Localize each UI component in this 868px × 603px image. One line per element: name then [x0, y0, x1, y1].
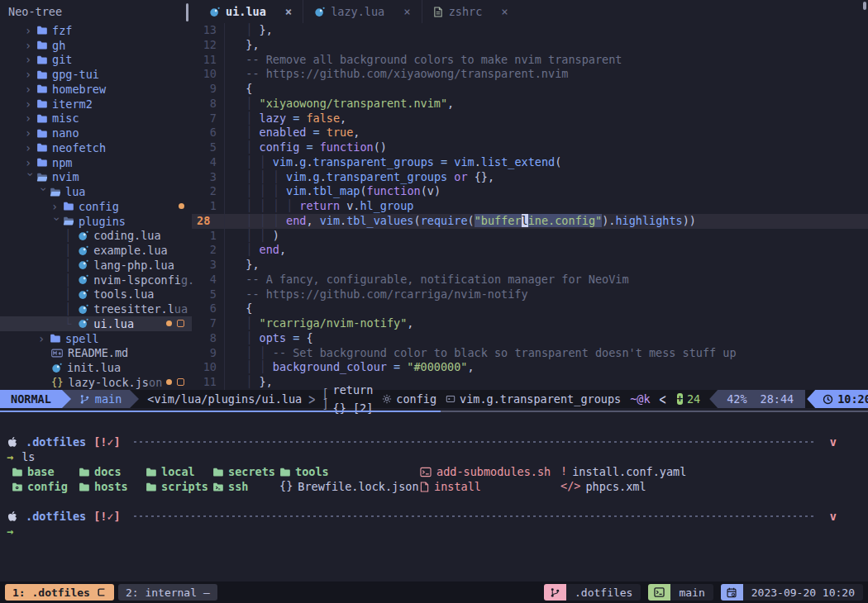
tree-item-nvim-lspconfi[interactable]: │ nvim-lspconfig. [0, 273, 192, 287]
code-token: ( [360, 184, 366, 197]
ls-item-label: add-submodules.sh [436, 465, 551, 478]
tree-item-lang-php-lua[interactable]: │ lang-php.lua [0, 258, 192, 273]
close-icon[interactable]: × [501, 5, 508, 18]
shell-prompt-line: .dotfiles[!✓]v [0, 434, 868, 449]
code-token: │ [232, 112, 260, 125]
breadcrumbs: [ ]return {} [2]configvim.g.transparent_… [322, 390, 630, 408]
chevron-right-icon[interactable]: › [25, 156, 36, 169]
code-text: }, [225, 38, 260, 53]
tree-item-label: misc [52, 112, 79, 125]
code-token: │ [232, 331, 260, 344]
shell-pane[interactable]: .dotfiles[!✓]v→lsbasedocslocalsecretstoo… [0, 413, 868, 582]
folder-icon [36, 157, 47, 168]
chevron-right-icon[interactable]: › [25, 68, 36, 81]
line-number: 10 [192, 67, 225, 82]
line-number: 4 [192, 155, 225, 170]
tree-item-coding-lua[interactable]: │ coding.lua [0, 229, 192, 244]
code-text: │ "rcarriga/nvim-notify", [225, 316, 413, 331]
chevron-right-icon[interactable]: › [25, 141, 36, 154]
neotree-scrollbar[interactable] [186, 3, 188, 21]
shell-prompt-line: .dotfiles[!✓]v [0, 509, 868, 524]
code-token: { [232, 82, 252, 95]
tmux-window-2-internal[interactable]: 2: internal— [118, 584, 217, 601]
code-token: │ [232, 243, 260, 256]
code-token: () [374, 140, 387, 154]
chevron-right-icon[interactable]: › [25, 97, 36, 111]
tree-item-nano[interactable]: ›nano [0, 126, 192, 140]
close-icon[interactable]: × [403, 5, 410, 18]
line-number: 7 [192, 316, 225, 331]
tree-item-readme-md[interactable]: README.md [0, 346, 192, 361]
chevron-right-icon[interactable]: › [25, 83, 36, 96]
tree-item-iterm2[interactable]: ›iterm2 [0, 97, 192, 112]
code-token: │ [232, 316, 260, 330]
chevron-down-icon[interactable]: › [24, 171, 37, 183]
tmux-window-label: 2: internal [126, 586, 197, 599]
tree-item-label: README.md [68, 346, 128, 359]
shell-command-line: →ls [0, 449, 868, 464]
tree-item-lazy-lock-js[interactable]: {}lazy-lock.json [0, 375, 192, 390]
tree-item-lua[interactable]: ›lua [0, 184, 192, 199]
chevron-right-icon[interactable]: › [25, 39, 36, 52]
line-number: 1 [192, 199, 225, 214]
code-line: 2 │ │ │ vim.tbl_map(function(v) [192, 184, 868, 199]
file-progress: 42% [727, 390, 746, 408]
window-icon [97, 587, 107, 597]
tree-item-neofetch[interactable]: ›neofetch [0, 140, 192, 155]
chevron-down-icon[interactable]: › [37, 186, 50, 197]
folder-icon [12, 467, 22, 477]
code-token: "#000000" [407, 360, 467, 373]
tree-item-fzf[interactable]: ›fzf [0, 23, 192, 38]
command-text[interactable]: ls [21, 450, 35, 463]
lua-icon [209, 7, 220, 17]
markdown-icon [51, 348, 63, 358]
folder-icon [212, 467, 223, 477]
breadcrumb-item: config [396, 390, 436, 408]
ls-item-label: local [161, 465, 195, 478]
tab-zshrc[interactable]: zshrc× [422, 0, 519, 23]
chevron-down-icon[interactable]: › [50, 216, 64, 227]
tree-item-plugins[interactable]: ›plugins [0, 214, 192, 229]
tab-label: ui.lua [226, 5, 266, 18]
code-token: v [340, 199, 353, 212]
tree-item-gpg-tui[interactable]: ›gpg-tui [0, 67, 192, 82]
ls-item-hosts: hosts [79, 480, 145, 493]
tree-item-gh[interactable]: ›gh [0, 38, 192, 53]
terminal-scrollbar[interactable] [863, 2, 866, 10]
chevron-right-icon[interactable]: › [38, 332, 50, 345]
chevron-right-icon[interactable]: › [25, 53, 36, 66]
chevron-right-icon[interactable]: › [25, 126, 36, 140]
tree-item-nvim[interactable]: ›nvim [0, 170, 192, 185]
tree-item-ui-lua[interactable]: └ ui.lua [0, 316, 192, 331]
cursor-block: l [522, 214, 528, 227]
tree-item-npm[interactable]: ›npm [0, 155, 192, 170]
line-number: 13 [192, 23, 225, 38]
tree-item-git[interactable]: ›git [0, 53, 192, 68]
tab-lazy-lua[interactable]: lazy.lua× [303, 0, 421, 23]
tree-item-config[interactable]: ›config [0, 199, 192, 214]
code-text: -- Remove all background colors to make … [225, 53, 622, 68]
tree-item-label: spell [65, 332, 99, 345]
tab-ui-lua[interactable]: ui.lua× [198, 0, 303, 23]
tmux-window-1-dotfiles[interactable]: 1: .dotfiles [5, 584, 114, 601]
tmux-pane-border[interactable] [0, 411, 868, 412]
chevron-right-icon[interactable]: › [25, 24, 36, 37]
tree-item-init-lua[interactable]: init.lua [0, 360, 192, 375]
close-icon[interactable]: × [285, 5, 292, 18]
code-token: tbl_map [313, 184, 360, 197]
tree-item-misc[interactable]: ›misc [0, 112, 192, 126]
chevron-right-icon[interactable]: › [51, 200, 63, 213]
blank-line [0, 494, 868, 509]
tree-item-spell[interactable]: ›spell [0, 331, 192, 346]
tree-item-treesitter-l[interactable]: │ treesitter.lua [0, 302, 192, 316]
tree-item-label-truncated: ua [174, 302, 188, 316]
folder-icon [50, 333, 60, 344]
tmux-session-name: .dotfiles [566, 584, 641, 601]
tree-item-example-lua[interactable]: │ example.lua [0, 243, 192, 258]
chevron-right-icon[interactable]: › [25, 112, 36, 125]
tree-item-tools-lua[interactable]: │ tools.lua [0, 287, 192, 302]
ls-item-install-conf-yaml: !install.conf.yaml [560, 465, 686, 478]
tree-item-label: fzf [52, 24, 72, 37]
tree-item-homebrew[interactable]: ›homebrew [0, 82, 192, 97]
prompt-fill-dots [132, 440, 817, 444]
